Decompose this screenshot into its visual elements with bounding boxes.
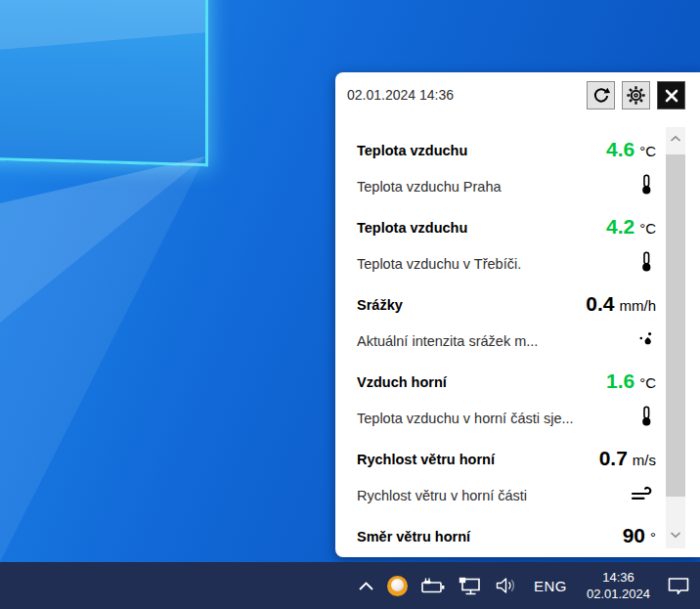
window-logo-pane <box>0 0 208 166</box>
sensor-subtitle: Rychlost větru v horní části <box>357 486 599 505</box>
sensor-title: Teplota vzduchu <box>357 218 606 238</box>
weather-widget-panel: 02.01.2024 14:36 <box>335 72 700 557</box>
sensor-unit: °C <box>639 218 656 239</box>
action-center-button[interactable] <box>667 577 690 595</box>
close-button[interactable] <box>657 81 685 109</box>
sensor-row: Vzduch horní Teplota vzduchu v horní čás… <box>357 372 656 450</box>
sensor-title: Vzduch horní <box>357 372 606 392</box>
action-center-icon <box>667 577 690 595</box>
thermometer-icon <box>636 251 656 273</box>
orange-app-icon <box>387 576 408 596</box>
sensor-title: Srážky <box>357 295 586 315</box>
sensor-value: 1.6 <box>606 370 634 392</box>
sensor-row: Srážky Aktuální intenzita srážek m... 0.… <box>357 295 656 372</box>
battery-button[interactable] <box>420 578 446 594</box>
refresh-icon <box>591 86 611 106</box>
scroll-thumb[interactable] <box>666 154 685 497</box>
scrollbar[interactable] <box>666 127 685 548</box>
raindrops-icon <box>636 328 656 350</box>
gear-icon <box>626 85 646 106</box>
taskbar-clock[interactable]: 14:36 02.01.2024 <box>583 569 654 602</box>
refresh-button[interactable] <box>587 81 615 109</box>
sensor-value: 0.4 <box>586 293 614 315</box>
close-icon <box>664 88 679 104</box>
sensor-subtitle: Teplota vzduchu v horní části sje... <box>357 409 606 428</box>
widget-datetime: 02.01.2024 14:36 <box>347 87 454 103</box>
sensor-title: Rychlost větru horní <box>357 450 599 469</box>
tray-app-button[interactable] <box>387 576 408 596</box>
clock-time: 14:36 <box>587 569 650 586</box>
network-button[interactable] <box>459 577 482 595</box>
thermometer-icon <box>636 406 656 427</box>
wind-icon <box>631 483 656 504</box>
sensor-unit: °C <box>639 141 656 162</box>
sensor-subtitle: Aktuální intenzita srážek m... <box>357 331 586 351</box>
chevron-down-icon <box>670 531 681 539</box>
sensor-value: 4.2 <box>606 216 634 238</box>
sensor-row: Směr větru horní 90 ° <box>357 527 656 557</box>
sensor-list: Teplota vzduchu Teplota vzduchu Praha 4.… <box>335 131 700 557</box>
thermometer-icon <box>636 174 656 196</box>
sensor-row: Rychlost větru horní Rychlost větru v ho… <box>357 450 656 527</box>
sensor-unit: m/s <box>633 450 656 471</box>
widget-header: 02.01.2024 14:36 <box>335 72 700 131</box>
pane-sheen <box>0 0 205 163</box>
sensor-unit: ° <box>650 527 656 548</box>
system-tray: ENG 14:36 02.01.2024 <box>358 562 690 609</box>
sensor-value: 4.6 <box>606 139 634 160</box>
sensor-unit: °C <box>639 372 656 394</box>
volume-icon <box>495 577 518 594</box>
scroll-up-button[interactable] <box>666 129 685 149</box>
scroll-down-button[interactable] <box>666 525 685 544</box>
sensor-value: 0.7 <box>599 448 628 469</box>
volume-button[interactable] <box>495 577 518 594</box>
widget-toolbar <box>587 81 685 109</box>
sensor-title: Směr větru horní <box>357 527 623 546</box>
taskbar: ENG 14:36 02.01.2024 <box>0 562 700 609</box>
sensor-row: Teplota vzduchu Teplota vzduchu v Třebíč… <box>357 218 656 295</box>
sensor-unit: mm/h <box>620 295 657 317</box>
chevron-up-icon <box>670 135 681 143</box>
language-indicator[interactable]: ENG <box>531 578 570 594</box>
battery-charging-icon <box>420 578 446 594</box>
hidden-icons-button[interactable] <box>358 581 374 591</box>
chevron-up-icon <box>358 581 374 591</box>
clock-date: 02.01.2024 <box>587 586 650 602</box>
network-ethernet-icon <box>459 577 482 595</box>
sensor-subtitle: Teplota vzduchu v Třebíči. <box>357 254 606 274</box>
settings-button[interactable] <box>622 81 650 109</box>
sensor-title: Teplota vzduchu <box>357 141 606 160</box>
sensor-subtitle: Teplota vzduchu Praha <box>357 177 606 196</box>
sensor-value: 90 <box>623 525 645 546</box>
sensor-row: Teplota vzduchu Teplota vzduchu Praha 4.… <box>357 141 656 218</box>
